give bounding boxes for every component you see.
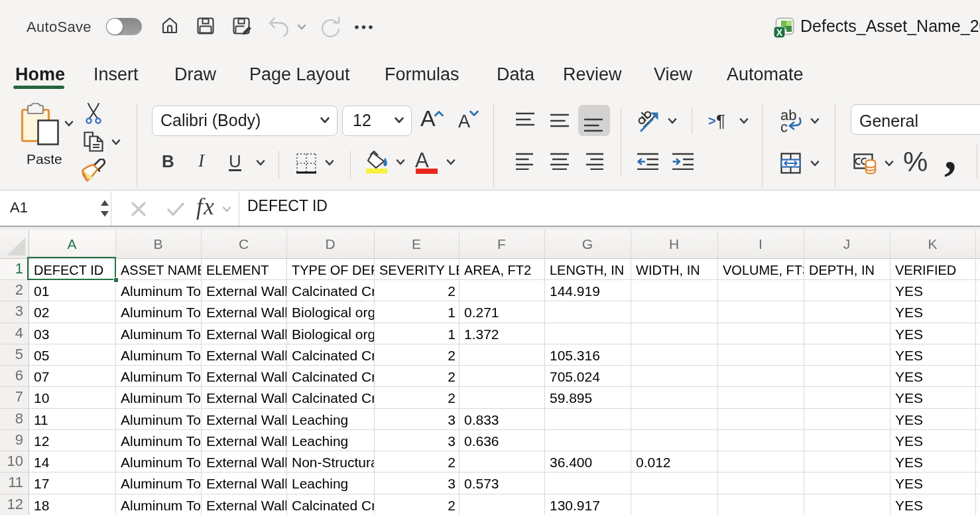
svg-text:X: X: [776, 27, 783, 38]
